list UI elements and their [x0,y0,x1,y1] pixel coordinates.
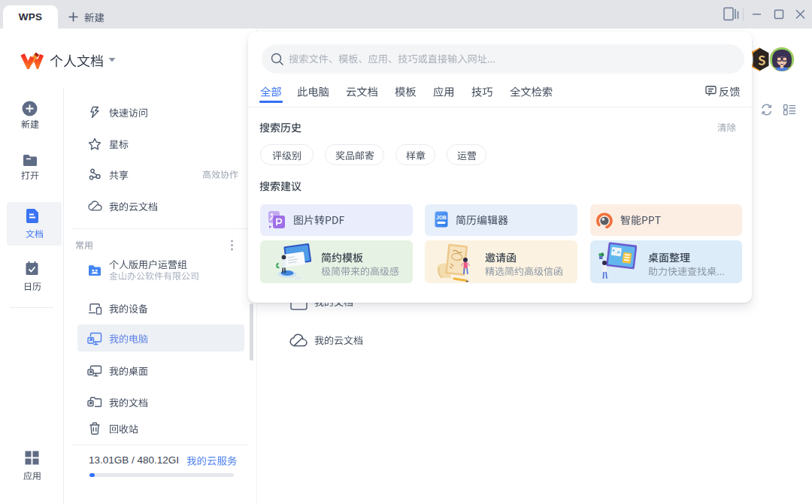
svg-text:JOB: JOB [436,215,447,220]
